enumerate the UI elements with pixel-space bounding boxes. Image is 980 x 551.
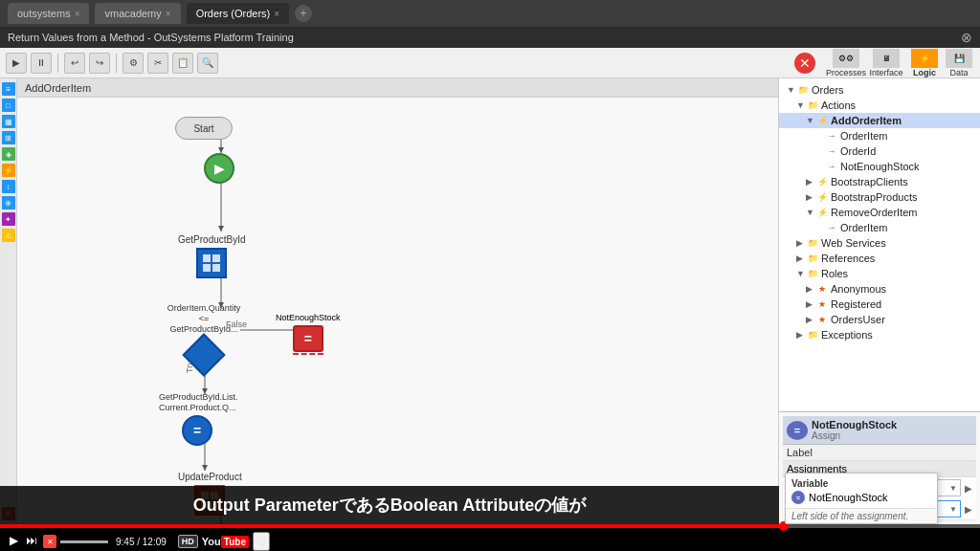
sidebar-icon-4[interactable]: ⊞ — [2, 131, 15, 144]
time-display: 9:45 / 12:09 — [116, 537, 167, 547]
title-bar: Return Values from a Method - OutSystems… — [0, 27, 980, 48]
interface-tab[interactable]: 🖥 Interface — [867, 49, 905, 77]
begin-shape[interactable]: ▶ — [204, 153, 234, 184]
tree-item-exceptions[interactable]: ▶ 📁 Exceptions — [779, 327, 980, 342]
action-icon-addorderitem: ⚡ — [815, 114, 829, 127]
node-begin[interactable]: ▶ — [204, 153, 234, 184]
video-bottom-bar: ▶ ⏭ ✕ 9:45 / 12:09 HD YouTube ⛶ — [0, 524, 980, 551]
toolbar-btn-undo[interactable]: ↩ — [64, 53, 85, 74]
action-icon-removeorderitem: ⚡ — [815, 206, 829, 219]
hd-badge: HD — [178, 535, 198, 548]
diamond-shape[interactable] — [185, 336, 223, 374]
tree-item-ordersuser[interactable]: ▶ ★ OrdersUser — [779, 312, 980, 327]
toolbar-btn-search[interactable]: 🔍 — [197, 53, 218, 74]
stop-button[interactable]: ✕ — [794, 53, 815, 74]
toolbar-btn-redo[interactable]: ↪ — [89, 53, 110, 74]
node-getproductlist[interactable]: GetProductById.List.Current.Product.Q...… — [159, 392, 235, 446]
flow-lines: False True — [17, 98, 778, 524]
fullscreen-button[interactable]: ⛶ — [253, 532, 270, 551]
sidebar-icon-9[interactable]: ✦ — [2, 212, 15, 226]
toolbar-btn-settings[interactable]: ⚙ — [122, 53, 144, 74]
volume-slider[interactable] — [60, 540, 108, 543]
tab-close-vmacademy[interactable]: × — [166, 9, 171, 19]
tree-panel[interactable]: ▼ 📁 Orders ▼ 📁 Actions ▼ ⚡ AddOrderItem … — [779, 78, 980, 411]
sidebar-icon-7[interactable]: ↕ — [2, 180, 15, 193]
tooltip-popup: Variable = NotEnoughStock Left side of t… — [785, 473, 938, 524]
processes-tab[interactable]: ⚙⚙ Processes — [827, 49, 865, 77]
tooltip-item-notenoughstock[interactable]: = NotEnoughStock — [791, 490, 931, 505]
tree-item-addorderitem[interactable]: ▼ ⚡ AddOrderItem — [779, 113, 980, 128]
toolbar-btn-pause[interactable]: ⏸ — [31, 53, 52, 74]
data-tab[interactable]: 💾 Data — [944, 49, 974, 77]
play-pause-button[interactable]: ▶ — [8, 534, 20, 547]
sidebar-icon-6[interactable]: ⚡ — [2, 164, 15, 177]
left-sidebar: ≡ □ ▦ ⊞ ◈ ⚡ ↕ ⊕ ✦ ⚠ ✕ — [0, 78, 17, 524]
tree-item-bootstrapclients[interactable]: ▶ ⚡ BootstrapClients — [779, 174, 980, 189]
progress-track[interactable] — [0, 524, 980, 528]
node-start: Start — [175, 117, 233, 140]
assign-node-icon: = — [787, 421, 808, 440]
folder-icon-actions: 📁 — [806, 99, 819, 112]
logic-tab[interactable]: ⚡ Logic — [907, 49, 942, 77]
skip-forward-button[interactable]: ⏭ — [24, 534, 39, 547]
node-notenoughstock[interactable]: NotEnoughStock = — [276, 313, 341, 355]
video-controls: ▶ ⏭ ✕ 9:45 / 12:09 HD YouTube ⛶ — [0, 524, 278, 551]
start-shape: Start — [175, 117, 233, 140]
stop-video-button[interactable]: ✕ — [43, 535, 56, 548]
tree-item-references[interactable]: ▶ 📁 References — [779, 251, 980, 266]
folder-icon-roles: 📁 — [806, 267, 819, 280]
action-icon-bootstrapproducts: ⚡ — [815, 190, 829, 204]
toolbar-btn-copy[interactable]: 📋 — [172, 53, 193, 74]
tree-item-orderitem2[interactable]: → OrderItem — [779, 220, 980, 235]
tree-item-webservices[interactable]: ▶ 📁 Web Services — [779, 235, 980, 251]
tree-item-registered[interactable]: ▶ ★ Registered — [779, 297, 980, 312]
assign-shape-getproduct[interactable]: = — [182, 415, 212, 446]
toolbar-btn-cut[interactable]: ✂ — [147, 53, 168, 74]
tree-item-roles[interactable]: ▼ 📁 Roles — [779, 266, 980, 281]
flow-container[interactable]: False True Start ▶ GetProductById — [17, 98, 778, 524]
sidebar-icon-1[interactable]: ≡ — [2, 82, 15, 96]
folder-icon-exceptions: 📁 — [806, 328, 819, 342]
tree-item-removeorderitem[interactable]: ▼ ⚡ RemoveOrderItem — [779, 205, 980, 220]
tab-close-outsystems[interactable]: × — [75, 9, 80, 19]
query-shape-getproduct[interactable] — [196, 248, 227, 278]
tab-vmacademy[interactable]: vmacademy × — [95, 3, 180, 24]
node-getproductbyid[interactable]: GetProductById — [178, 231, 246, 278]
main-toolbar: ▶ ⏸ ↩ ↪ ⚙ ✂ 📋 🔍 ✕ ⚙⚙ Processes 🖥 Interfa… — [0, 48, 980, 78]
sidebar-icon-5[interactable]: ◈ — [2, 147, 15, 161]
tree-item-actions[interactable]: ▼ 📁 Actions — [779, 98, 980, 113]
toolbar-btn-play[interactable]: ▶ — [6, 53, 27, 74]
svg-rect-17 — [212, 254, 220, 262]
close-window-icon[interactable]: ⊗ — [961, 30, 972, 45]
svg-rect-18 — [203, 264, 211, 272]
tree-item-orderitem[interactable]: → OrderItem — [779, 128, 980, 143]
new-tab-button[interactable]: + — [295, 5, 312, 22]
tree-item-bootstrapproducts[interactable]: ▶ ⚡ BootstrapProducts — [779, 189, 980, 205]
tree-item-orderid[interactable]: → OrderId — [779, 143, 980, 159]
toolbar-separator-2 — [116, 54, 117, 73]
variable-options-btn[interactable]: ▶ — [965, 483, 972, 494]
caption-overlay: Output ParameterであるBoolean Attributeの値が — [0, 486, 779, 524]
tree-item-notenoughstock[interactable]: → NotEnoughStock — [779, 159, 980, 174]
notenoughstock-shape[interactable]: = — [293, 325, 323, 352]
value-options-btn[interactable]: ▶ — [965, 504, 972, 515]
progress-fill — [0, 524, 784, 528]
label-section-text: Label — [787, 447, 844, 458]
properties-panel: = NotEnoughStock Assign Label Assignment… — [779, 411, 980, 524]
sidebar-icon-2[interactable]: □ — [2, 99, 15, 112]
tab-close-orders[interactable]: × — [274, 9, 279, 19]
dropdown-arrow-value: ▼ — [949, 505, 957, 514]
node-condition[interactable]: OrderItem.Quantity<= GetProductById... — [166, 303, 242, 374]
tree-item-orders[interactable]: ▼ 📁 Orders — [779, 82, 980, 98]
sidebar-icon-warning[interactable]: ⚠ — [2, 229, 15, 242]
sidebar-icon-3[interactable]: ▦ — [2, 115, 15, 128]
sidebar-icon-8[interactable]: ⊕ — [2, 196, 15, 209]
label-row: Label — [783, 445, 976, 461]
tab-orders[interactable]: Orders (Orders) × — [187, 3, 289, 24]
tree-item-anonymous[interactable]: ▶ ★ Anonymous — [779, 281, 980, 297]
toolbar-separator-1 — [57, 54, 58, 73]
browser-tabs: outsystems × vmacademy × Orders (Orders)… — [0, 0, 980, 27]
right-panel: ▼ 📁 Orders ▼ 📁 Actions ▼ ⚡ AddOrderItem … — [779, 78, 980, 524]
canvas-area: AddOrderItem — [17, 78, 779, 524]
tab-outsystems[interactable]: outsystems × — [8, 3, 89, 24]
